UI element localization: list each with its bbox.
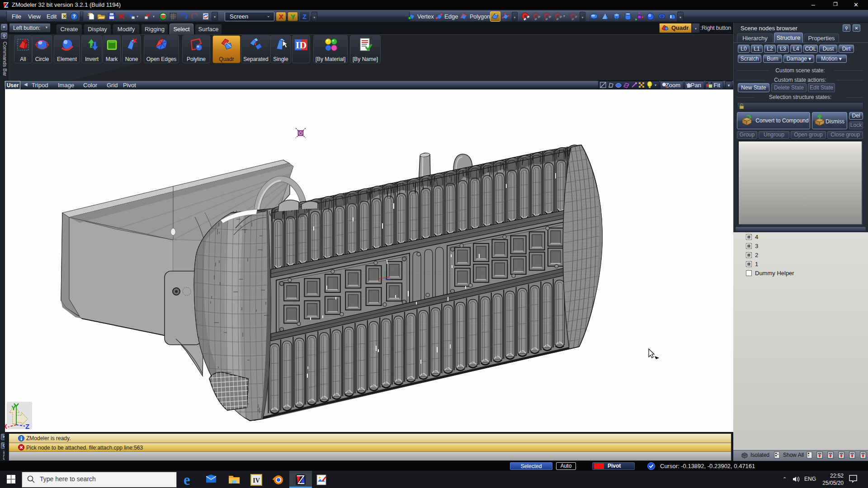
svg-text:X: X: [5, 422, 7, 430]
svg-text:Y: Y: [11, 404, 16, 412]
svg-text:?: ?: [73, 14, 76, 19]
svg-text:IV: IV: [253, 477, 260, 484]
svg-text:ID: ID: [296, 39, 307, 51]
svg-text:Z: Z: [25, 422, 29, 430]
